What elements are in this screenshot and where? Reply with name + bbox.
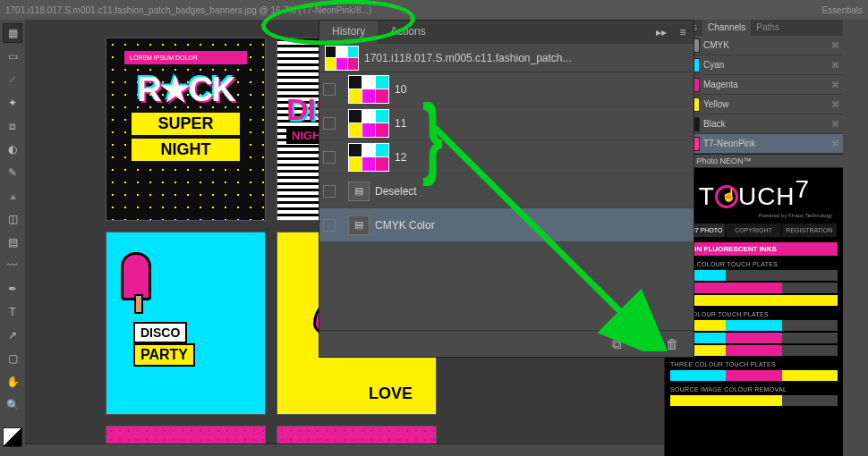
swatch-row[interactable] [670,370,838,381]
panel-collapse-icon[interactable]: ▸▸ [651,21,672,44]
swatch-row[interactable] [670,320,838,331]
step-icon: ▤ [348,215,370,235]
poster-love-label: LOVE [369,384,413,403]
snapshot-thumbnail [348,75,389,104]
history-step-row[interactable]: ▤Deselect [319,174,694,208]
tools-panel: ▦ ▭ ⟋ ✦ ⧈ ◐ ✎ ⟁ ◫ ▤ 〰 ✒ T ↗ ▢ ✋ 🔍 [0,20,25,456]
stamp-tool[interactable]: ⟁ [3,186,22,206]
snapshot-thumbnail [348,143,389,172]
history-snapshot-row[interactable]: 12 [319,140,694,174]
snapshot-label: 10 [395,83,406,96]
marquee-tool[interactable]: ▭ [3,46,22,66]
new-document-from-state-icon[interactable]: ⧉ [612,336,622,352]
step-label: CMYK Color [375,219,435,232]
poster-disco-party: DISCO PARTY [106,232,266,415]
shortcut-hint: ⌘ [831,139,840,148]
touch7-powered: Powered by Khaos Technology [676,213,832,218]
eraser-tool[interactable]: ◫ [3,209,22,229]
eyedropper-tool[interactable]: ◐ [3,139,22,159]
history-source-toggle[interactable] [323,219,336,232]
crop-tool[interactable]: ⧈ [3,116,22,136]
history-source-toggle[interactable] [323,117,336,130]
delete-state-icon[interactable]: 🗑 [666,336,679,351]
popsicle-icon [121,252,151,300]
poster-sub1: SUPER [132,113,240,135]
history-source-toggle[interactable] [323,185,336,198]
brush-tool[interactable]: ✎ [3,163,22,182]
shortcut-hint: ⌘ [831,80,840,89]
logo-o-icon [715,185,738,208]
collapsed-panels-strip[interactable] [843,20,868,456]
tab-actions[interactable]: Actions [378,21,438,44]
touch7-neon-header[interactable]: NEON FLUORESCENT INKS [670,242,838,256]
shortcut-hint: ⌘ [831,61,840,70]
foreground-background-swatch[interactable] [3,427,22,447]
document-tab[interactable]: 1701.i118.017.S.m001.c11.fashion_patch_b… [5,5,371,15]
horizontal-scrollbar[interactable] [25,443,664,456]
swatch-row[interactable] [670,270,838,281]
poster-sub: PARTY [133,343,195,367]
snapshot-label: 12 [395,151,406,164]
document-thumbnail [325,46,359,71]
touch7-logo: TUCH7 [670,175,838,211]
poster-title: R★CK [106,70,265,109]
history-document-row[interactable]: 1701.i118.017.S.m005.c11.fashion_patch..… [319,44,694,72]
history-source-toggle[interactable] [323,83,336,96]
channel-name: Cyan [703,60,828,70]
workspace-switcher[interactable]: Essentials [821,5,863,15]
step-icon: ▤ [348,182,370,201]
logo-seven: 7 [796,175,810,203]
shortcut-hint: ⌘ [831,41,840,50]
channel-name: CMYK [703,40,828,50]
move-tool[interactable]: ▦ [3,23,22,43]
shortcut-hint: ⌘ [831,120,840,129]
poster-rock: LOREM IPSUM DOLOR R★CK SUPER NIGHT [106,38,266,221]
blur-tool[interactable]: 〰 [3,256,22,275]
type-tool[interactable]: T [3,302,22,322]
document-tab-bar: 1701.i118.017.S.m001.c11.fashion_patch_b… [0,0,868,20]
section-removal: SOURCE IMAGE COLOUR REMOVAL [670,386,838,393]
tab-history[interactable]: History [319,21,378,44]
channel-name: Black [703,119,828,129]
gradient-tool[interactable]: ▤ [3,232,22,252]
tab-channels[interactable]: Channels [702,20,751,36]
shortcut-hint: ⌘ [831,100,840,109]
logo-t: T [699,182,715,210]
hand-tool[interactable]: ✋ [3,372,22,392]
poster-title: DISCO [133,322,187,343]
touch7-tab-copyright[interactable]: COPYRIGHT [726,224,781,237]
history-snapshot-row[interactable]: 11 [319,106,694,140]
shape-tool[interactable]: ▢ [3,349,22,368]
tab-paths[interactable]: Paths [751,20,785,36]
path-tool[interactable]: ↗ [3,325,22,345]
snapshot-label: 11 [395,117,406,130]
history-footer: ⧉ ◉ 🗑 [319,330,694,357]
pen-tool[interactable]: ✒ [3,279,22,299]
swatch-row[interactable] [670,333,838,343]
section-single: SINGLE COLOUR TOUCH PLATES [670,261,838,267]
document-name: 1701.i118.017.S.m005.c11.fashion_patch..… [364,52,688,64]
logo-uch: UCH [738,182,796,210]
wand-tool[interactable]: ✦ [3,93,22,113]
channel-name: T7-NeonPink [703,139,828,148]
panel-menu-icon[interactable]: ≡ [672,21,694,44]
poster-sub2: NIGHT [132,139,240,161]
new-snapshot-icon[interactable]: ◉ [638,336,650,352]
history-panel: History Actions ▸▸ ≡ 1701.i118.017.S.m00… [319,20,694,358]
history-source-toggle[interactable] [323,151,336,164]
section-three: THREE COLOUR TOUCH PLATES [670,361,838,367]
poster-banner: LOREM IPSUM DOLOR [124,51,247,64]
channel-name: Yellow [703,99,828,109]
swatch-row[interactable] [670,283,838,293]
section-two: TWO COLOUR TOUCH PLATES [670,311,838,317]
step-label: Deselect [375,185,417,198]
swatch-row[interactable] [670,345,838,356]
swatch-row[interactable] [670,295,838,306]
touch7-tab-registration[interactable]: REGISTRATION [782,224,838,237]
snapshot-thumbnail [348,109,389,138]
lasso-tool[interactable]: ⟋ [3,70,22,89]
zoom-tool[interactable]: 🔍 [3,395,22,415]
history-snapshot-row[interactable]: 10 [319,72,694,106]
history-step-row[interactable]: ▤CMYK Color [319,208,694,242]
swatch-row[interactable] [670,395,838,406]
